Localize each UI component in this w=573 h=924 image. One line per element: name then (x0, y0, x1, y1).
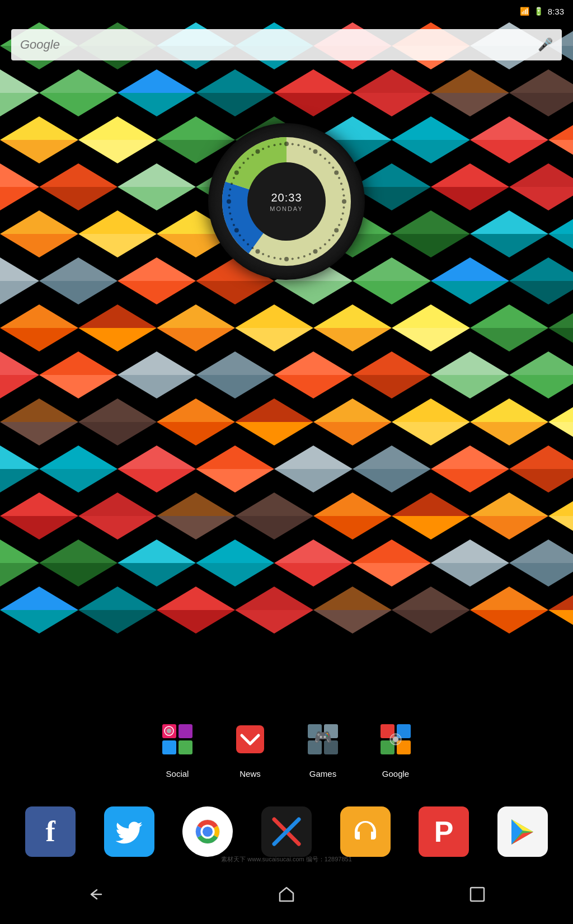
watermark: 素材天下 www.sucaisucai.com 编号：12897851 (221, 855, 352, 864)
clock-time: 20:33 (271, 191, 302, 204)
dock-podcast[interactable] (340, 806, 391, 857)
clock-day: MONDAY (270, 205, 303, 212)
search-bar[interactable]: Google 🎤 (11, 29, 562, 60)
app-folders: Social News 🎮 Games (0, 714, 573, 778)
folder-games[interactable]: 🎮 Games (298, 714, 348, 778)
svg-point-21 (393, 737, 398, 742)
nav-bar (0, 868, 573, 924)
dock-xlauncher[interactable] (261, 806, 312, 857)
folder-google-label: Google (382, 769, 409, 778)
dock-facebook[interactable]: f (25, 806, 76, 857)
folder-news-label: News (239, 769, 261, 778)
svg-rect-2 (179, 724, 192, 738)
folder-social-label: Social (166, 769, 189, 778)
status-bar: 📶 🔋 8:33 (0, 0, 573, 22)
dock-twitter[interactable] (104, 806, 154, 857)
folder-games-icon: 🎮 (298, 714, 348, 764)
home-button[interactable] (278, 885, 295, 907)
back-button[interactable] (87, 885, 105, 907)
folder-news[interactable]: News (225, 714, 275, 778)
time-display: 8:33 (548, 7, 564, 16)
mic-icon[interactable]: 🎤 (538, 37, 553, 52)
folder-google-icon (370, 714, 421, 764)
wifi-icon: 📶 (520, 7, 529, 16)
battery-icon: 🔋 (534, 7, 543, 16)
folder-google[interactable]: Google (370, 714, 421, 778)
svg-point-6 (167, 729, 171, 733)
svg-rect-8 (236, 725, 264, 753)
svg-rect-3 (162, 740, 176, 754)
svg-point-25 (203, 827, 213, 837)
folder-games-label: Games (309, 769, 336, 778)
dock-pocketcasts[interactable]: P (419, 806, 469, 857)
folder-news-icon (225, 714, 275, 764)
folder-social-icon (152, 714, 203, 764)
svg-rect-28 (471, 888, 484, 901)
folder-social[interactable]: Social (152, 714, 203, 778)
dock-chrome[interactable] (182, 806, 233, 857)
svg-rect-4 (179, 740, 192, 754)
dock-playstore[interactable] (497, 806, 548, 857)
svg-text:🎮: 🎮 (314, 728, 332, 746)
google-logo: Google (20, 37, 538, 52)
clock-widget: 20:33 MONDAY (208, 123, 365, 280)
recents-button[interactable] (468, 885, 486, 907)
